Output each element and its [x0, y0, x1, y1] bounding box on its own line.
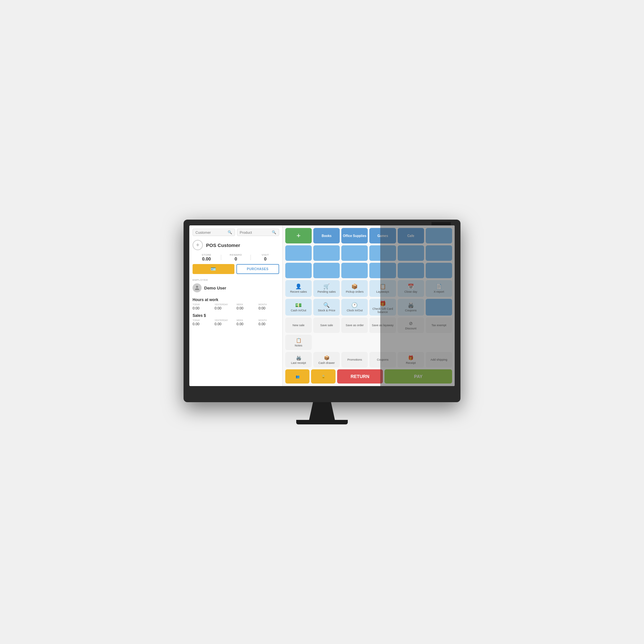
x-report-button[interactable]: 📄 X-report — [426, 280, 452, 297]
category-empty-6[interactable] — [398, 245, 424, 261]
category-empty-7[interactable] — [426, 245, 452, 261]
coupons-print-label: Coupons — [405, 309, 417, 312]
category-empty-1[interactable] — [426, 228, 452, 243]
empty-action-1[interactable] — [426, 299, 452, 316]
coupons-button[interactable]: Coupons — [369, 352, 396, 367]
time-label-yesterday: YESTERDAY — [214, 303, 235, 306]
secondary-grid: New sale Save sale Save as order Save as… — [285, 317, 452, 350]
stock-price-button[interactable]: 🔍 Stock & Price — [313, 299, 340, 316]
category-books[interactable]: Books — [313, 228, 340, 243]
sales-today: 0.00 — [193, 322, 213, 326]
category-empty-11[interactable] — [369, 263, 396, 278]
close-day-button[interactable]: 📅 Close day — [398, 280, 424, 297]
category-office-supplies[interactable]: Office Supplies — [341, 228, 368, 243]
clock-in-out-button[interactable]: 🕐 Clock In/Out — [341, 299, 368, 316]
product-search-input[interactable] — [240, 231, 271, 234]
promotions-button[interactable]: Promotions — [341, 352, 368, 367]
recent-sales-button[interactable]: 👤 Recent sales — [285, 280, 312, 297]
category-cafe[interactable]: Cafe — [398, 228, 424, 243]
package-icon: 📦 — [351, 284, 358, 289]
tax-exempt-button[interactable]: Tax exempt — [426, 317, 452, 333]
pending-sales-button[interactable]: 🛒 Pending sales — [313, 280, 340, 297]
category-empty-12[interactable] — [398, 263, 424, 278]
product-search-box[interactable]: 🔍 — [237, 229, 279, 236]
discount-button[interactable]: ⊘ Discount — [398, 317, 424, 333]
category-empty-8[interactable] — [285, 263, 312, 278]
save-as-layaway-button[interactable]: Save as layaway — [369, 317, 396, 333]
category-empty-5[interactable] — [369, 245, 396, 261]
person-icon: 👤 — [295, 284, 302, 289]
employee-name: Demo User — [204, 286, 226, 290]
screen: 🔍 🔍 + POS Customer STORE 0.00 — [189, 225, 455, 386]
receipt-label: Receipt — [406, 361, 416, 365]
sales-section: Sales $ TODAY YESTERDAY WEEK MONTH 0.00 … — [193, 313, 279, 326]
add-category-button[interactable]: + — [285, 228, 312, 243]
customer-search-box[interactable]: 🔍 — [193, 229, 235, 236]
discount-label: Discount — [405, 327, 416, 330]
save-as-order-button[interactable]: Save as order — [341, 317, 368, 333]
right-panel: + Books Office Supplies Games Cafe — [283, 225, 455, 386]
category-empty-10[interactable] — [341, 263, 368, 278]
category-empty-9[interactable] — [313, 263, 340, 278]
cash-icon: 💵 — [295, 303, 302, 308]
sales-month: 0.00 — [259, 322, 279, 326]
sales-label-month: MONTH — [259, 319, 279, 321]
category-empty-4[interactable] — [341, 245, 368, 261]
sales-labels: TODAY YESTERDAY WEEK MONTH — [193, 319, 279, 321]
category-empty-3[interactable] — [313, 245, 340, 261]
sales-label-week: WEEK — [237, 319, 257, 321]
receipt-gift-button[interactable]: 🎁 Receipt — [398, 352, 424, 367]
save-as-layaway-label: Save as layaway — [372, 324, 394, 327]
customers-button[interactable]: 👥 — [285, 369, 309, 384]
id-button[interactable]: 🪪 — [193, 264, 234, 274]
tax-exempt-label: Tax exempt — [431, 324, 446, 327]
last-receipt-button[interactable]: 🖨️ Last receipt — [285, 352, 312, 367]
save-sale-button[interactable]: Save sale — [313, 317, 340, 333]
category-games[interactable]: Games — [369, 228, 396, 243]
category-empty-2[interactable] — [285, 245, 312, 261]
employee-avatar — [193, 283, 202, 292]
cash-drawer-button[interactable]: 📦 Cash drawer — [313, 352, 340, 367]
lock-button[interactable]: 🔒 — [311, 369, 335, 384]
visit-stat: VISIT 0 — [251, 253, 279, 261]
bottom-row: 👥 🔒 RETURN PAY — [285, 369, 452, 384]
purchases-button[interactable]: PURCHASES — [236, 264, 279, 274]
time-label-month: MONTH — [259, 303, 279, 306]
time-week: 0:00 — [237, 306, 257, 310]
store-stat: STORE 0.00 — [193, 253, 220, 261]
notes-button[interactable]: 📋 Notes — [285, 335, 312, 350]
customer-search-input[interactable] — [195, 231, 226, 234]
stats-row: STORE 0.00 REWARD 0 VISIT 0 — [193, 253, 279, 261]
sales-yesterday: 0.00 — [214, 322, 235, 326]
monitor-wrapper: 🔍 🔍 + POS Customer STORE 0.00 — [184, 220, 460, 424]
coupons-label: Coupons — [377, 358, 389, 361]
sales-title: Sales $ — [193, 313, 279, 318]
time-label-today: TODAY — [193, 303, 213, 306]
time-yesterday: 0:00 — [214, 306, 235, 310]
calendar-icon: 📅 — [408, 284, 414, 289]
coupons-print-button[interactable]: 🖨️ Coupons — [398, 299, 424, 316]
cash-in-out-button[interactable]: 💵 Cash In/Out — [285, 299, 312, 316]
time-today: 0:00 — [193, 306, 213, 310]
stock-price-label: Stock & Price — [318, 309, 335, 312]
category-empty-13[interactable] — [426, 263, 452, 278]
category-grid-row3 — [285, 263, 452, 278]
check-gift-card-label: Check Gift Card balance — [371, 307, 394, 314]
x-report-label: X-report — [434, 290, 444, 293]
employee-row: Demo User — [193, 283, 279, 292]
person-icon — [194, 285, 200, 290]
return-button[interactable]: RETURN — [337, 369, 383, 384]
layaways-button[interactable]: 📋 Layaways — [369, 280, 396, 297]
pay-button[interactable]: PAY — [384, 369, 452, 384]
add-shipping-label: Add shipping — [431, 358, 447, 361]
save-as-order-label: Save as order — [346, 324, 364, 327]
add-customer-button[interactable]: + — [193, 240, 203, 250]
cart-icon: 🛒 — [323, 284, 330, 289]
check-gift-card-button[interactable]: 🎁 Check Gift Card balance — [369, 299, 396, 316]
add-shipping-button[interactable]: Add shipping — [426, 352, 452, 367]
new-sale-button[interactable]: New sale — [285, 317, 312, 333]
monitor-bezel: 🔍 🔍 + POS Customer STORE 0.00 — [184, 220, 460, 402]
monitor-stand — [309, 402, 335, 420]
pickup-orders-button[interactable]: 📦 Pickup orders — [341, 280, 368, 297]
reward-value: 0 — [222, 256, 250, 261]
